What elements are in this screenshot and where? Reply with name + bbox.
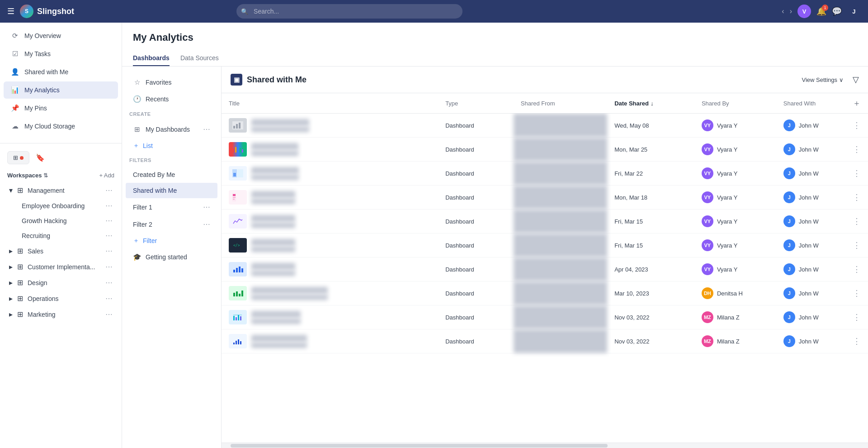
svg-rect-17 (233, 270, 235, 272)
panel-item-recents[interactable]: 🕐 Recents (126, 91, 217, 107)
workspace-item-operations[interactable]: ▸ ⊞ Operations ⋯ (4, 291, 118, 306)
row-more-icon-7[interactable]: ⋮ (853, 265, 861, 274)
row-more-icon-1[interactable]: ⋮ (853, 121, 861, 130)
panel-item-filter-1[interactable]: Filter 1 ⋯ (126, 199, 217, 215)
row-more-icon-2[interactable]: ⋮ (853, 145, 861, 154)
sidebar-item-cloud[interactable]: ☁ My Cloud Storage (4, 118, 118, 135)
add-column-icon[interactable]: ＋ (853, 99, 861, 108)
sidebar-item-tasks[interactable]: ☑ My Tasks (4, 45, 118, 62)
notification-icon[interactable]: 🔔 1 (816, 6, 826, 16)
user-avatar-secondary[interactable]: V (797, 5, 811, 18)
menu-icon[interactable]: ☰ (7, 6, 14, 16)
cell-title-5: █████ ████ ████████ (222, 210, 438, 234)
workspace-item-management[interactable]: ▾ ⊞ Management ⋯ (4, 182, 118, 198)
cell-with-10: J John W (776, 329, 845, 353)
cell-with-1: J John W (776, 114, 845, 138)
cell-type-7: Dashboard (438, 257, 514, 281)
tab-data-sources[interactable]: Data Sources (180, 51, 219, 66)
sidebar-item-analytics[interactable]: 📊 My Analytics (4, 81, 118, 99)
sort-icon[interactable]: ⇅ (43, 172, 48, 179)
row-more-icon-5[interactable]: ⋮ (853, 217, 861, 226)
workspace-item-customer-impl[interactable]: ▸ ⊞ Customer Implementa... ⋯ (4, 259, 118, 275)
panel-item-filter-2[interactable]: Filter 2 ⋯ (126, 216, 217, 233)
user-avatar-main[interactable]: J (847, 5, 861, 18)
with-name-4: John W (799, 194, 819, 201)
my-dashboards-icon: ⊞ (133, 125, 141, 133)
workspace-layers-btn[interactable]: ⊞ (7, 151, 29, 164)
my-dashboards-more-icon[interactable]: ⋯ (203, 125, 210, 133)
management-more-icon[interactable]: ⋯ (105, 186, 113, 195)
view-settings-btn[interactable]: View Settings ∨ (798, 75, 847, 85)
panel-item-getting-started[interactable]: 🎓 Getting started (126, 249, 217, 265)
filter-panel-icon[interactable]: ▽ (853, 75, 859, 85)
svg-rect-30 (233, 343, 235, 344)
horizontal-scrollbar[interactable] (222, 443, 868, 448)
cell-date-9: Nov 03, 2022 (607, 305, 694, 329)
sidebar-item-shared[interactable]: 👤 Shared with Me (4, 63, 118, 81)
cell-title-7: ████ █ ████ ████████ (222, 257, 438, 281)
sidebar-item-pins[interactable]: 📌 My Pins (4, 100, 118, 117)
filter-1-more-icon[interactable]: ⋯ (203, 203, 210, 211)
panel-add-filter[interactable]: ＋ Filter (126, 233, 217, 248)
cell-more-7: ⋮ (845, 257, 868, 281)
row-more-icon-4[interactable]: ⋮ (853, 193, 861, 202)
tab-dashboards[interactable]: Dashboards (133, 51, 170, 66)
cell-more-1: ⋮ (845, 114, 868, 138)
cell-more-3: ⋮ (845, 162, 868, 186)
management-layers-icon: ⊞ (17, 186, 23, 195)
design-icon: ⊞ (17, 278, 23, 287)
workspace-item-sales[interactable]: ▸ ⊞ Sales ⋯ (4, 243, 118, 259)
cell-title-6: </> ██ ████████ ████ ████████ (222, 234, 438, 257)
panel-item-shared-with-me[interactable]: Shared with Me (126, 183, 217, 198)
panel-add-list[interactable]: ＋ List (126, 138, 217, 153)
cell-by-3: VY Vyara Y (694, 162, 776, 186)
panel-item-created-by-me[interactable]: Created By Me (126, 167, 217, 182)
row-more-icon-6[interactable]: ⋮ (853, 241, 861, 250)
panel-item-my-dashboards[interactable]: ⊞ My Dashboards ⋯ (126, 121, 217, 138)
svg-rect-22 (236, 291, 238, 296)
cell-title-4: █████ ███ ████ ████████ (222, 186, 438, 210)
by-name-2: Vyara Y (717, 146, 738, 153)
design-more-icon[interactable]: ⋯ (105, 278, 113, 287)
workspace-child-growth-hacking[interactable]: Growth Hacking ⋯ (4, 213, 118, 228)
sales-icon: ⊞ (17, 247, 23, 255)
operations-more-icon[interactable]: ⋯ (105, 294, 113, 303)
employee-more-icon[interactable]: ⋯ (105, 201, 113, 210)
workspace-child-employee-onboarding[interactable]: Employee Onboarding ⋯ (4, 198, 118, 213)
marketing-more-icon[interactable]: ⋯ (105, 310, 113, 319)
row-more-icon-8[interactable]: ⋮ (853, 289, 861, 298)
workspace-label-operations: Operations (28, 295, 58, 302)
with-avatar-6: J (783, 239, 795, 251)
svg-rect-28 (240, 316, 241, 320)
dashboard-thumb-9 (229, 310, 247, 324)
customer-more-icon[interactable]: ⋯ (105, 262, 113, 271)
with-avatar-4: J (783, 191, 795, 203)
workspace-add-btn[interactable]: + Add (99, 172, 114, 179)
forward-arrow[interactable]: › (790, 7, 792, 15)
workspace-item-design[interactable]: ▸ ⊞ Design ⋯ (4, 275, 118, 291)
row-more-icon-3[interactable]: ⋮ (853, 169, 861, 178)
search-input[interactable] (236, 4, 462, 19)
recruiting-more-icon[interactable]: ⋯ (105, 231, 113, 240)
topnav-right: ‹ › V 🔔 1 💬 J (782, 5, 861, 18)
page-title: My Analytics (133, 32, 857, 43)
logo-icon: S (20, 5, 33, 18)
row-more-icon-9[interactable]: ⋮ (853, 313, 861, 322)
sales-more-icon[interactable]: ⋯ (105, 247, 113, 255)
filter-2-more-icon[interactable]: ⋯ (203, 220, 210, 229)
chat-icon[interactable]: 💬 (832, 6, 842, 16)
row-more-icon-10[interactable]: ⋮ (853, 337, 861, 346)
col-header-date-shared[interactable]: Date Shared ↓ (607, 93, 694, 114)
workspace-pin-btn[interactable]: 🔖 (33, 151, 47, 165)
panel-item-favorites[interactable]: ☆ Favorites (126, 74, 217, 91)
dashboard-thumb-3 (229, 166, 247, 181)
back-arrow[interactable]: ‹ (782, 7, 784, 15)
workspace-label-marketing: Marketing (28, 311, 55, 318)
sidebar-item-overview[interactable]: ⟳ My Overview (4, 27, 118, 44)
cell-by-9: MZ Milana Z (694, 305, 776, 329)
workspace-child-recruiting[interactable]: Recruiting ⋯ (4, 228, 118, 243)
workspace-item-marketing[interactable]: ▸ ⊞ Marketing ⋯ (4, 306, 118, 322)
right-panel-actions: View Settings ∨ ▽ (798, 75, 859, 85)
dashboard-name-5: █████ (251, 215, 295, 222)
growth-more-icon[interactable]: ⋯ (105, 216, 113, 225)
